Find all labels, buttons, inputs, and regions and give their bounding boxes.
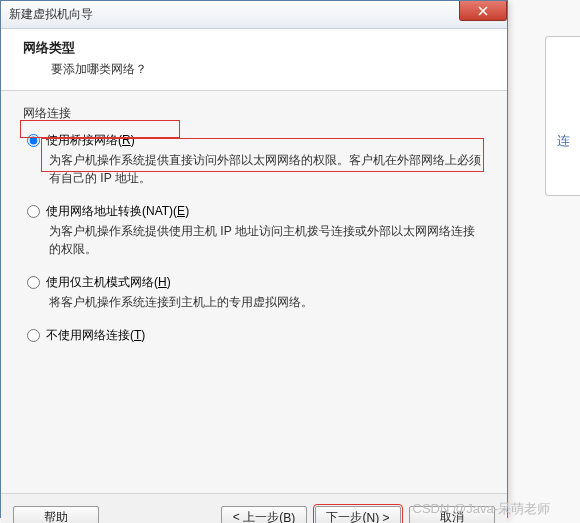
option-nat-label: 使用网络地址转换(NAT)(E) (46, 203, 189, 220)
option-nat-row[interactable]: 使用网络地址转换(NAT)(E) (27, 203, 485, 220)
next-button[interactable]: 下一步(N) > (315, 506, 401, 524)
side-panel-text: 连 (557, 132, 570, 150)
titlebar: 新建虚拟机向导 (1, 1, 507, 29)
option-hostonly-desc: 将客户机操作系统连接到主机上的专用虚拟网络。 (27, 293, 485, 311)
content-area: 网络连接 使用桥接网络(R) 为客户机操作系统提供直接访问外部以太网网络的权限。… (1, 91, 507, 493)
page-title: 网络类型 (23, 39, 491, 57)
option-nat-desc: 为客户机操作系统提供使用主机 IP 地址访问主机拨号连接或外部以太网网络连接的权… (27, 222, 485, 258)
option-bridged: 使用桥接网络(R) 为客户机操作系统提供直接访问外部以太网网络的权限。客户机在外… (27, 132, 485, 187)
back-button[interactable]: < 上一步(B) (221, 506, 307, 524)
help-button[interactable]: 帮助 (13, 506, 99, 524)
radio-nat[interactable] (27, 205, 40, 218)
radio-none[interactable] (27, 329, 40, 342)
option-bridged-desc: 为客户机操作系统提供直接访问外部以太网网络的权限。客户机在外部网络上必须有自己的… (27, 151, 485, 187)
option-nat: 使用网络地址转换(NAT)(E) 为客户机操作系统提供使用主机 IP 地址访问主… (27, 203, 485, 258)
option-hostonly-label: 使用仅主机模式网络(H) (46, 274, 171, 291)
option-bridged-row[interactable]: 使用桥接网络(R) (27, 132, 485, 149)
option-hostonly: 使用仅主机模式网络(H) 将客户机操作系统连接到主机上的专用虚拟网络。 (27, 274, 485, 311)
window-title: 新建虚拟机向导 (9, 6, 93, 23)
radio-bridged[interactable] (27, 134, 40, 147)
close-icon (478, 6, 488, 16)
option-hostonly-row[interactable]: 使用仅主机模式网络(H) (27, 274, 485, 291)
option-bridged-label: 使用桥接网络(R) (46, 132, 135, 149)
network-radio-group: 使用桥接网络(R) 为客户机操作系统提供直接访问外部以太网网络的权限。客户机在外… (23, 132, 485, 344)
option-none-label: 不使用网络连接(T) (46, 327, 145, 344)
radio-hostonly[interactable] (27, 276, 40, 289)
watermark: CSDN @Java-呆萌老师 (413, 500, 550, 518)
wizard-header: 网络类型 要添加哪类网络？ (1, 29, 507, 91)
close-button[interactable] (459, 1, 507, 21)
option-none: 不使用网络连接(T) (27, 327, 485, 344)
option-none-row[interactable]: 不使用网络连接(T) (27, 327, 485, 344)
section-label: 网络连接 (23, 105, 485, 122)
wizard-dialog: 新建虚拟机向导 网络类型 要添加哪类网络？ 网络连接 使用桥接网络(R) 为客户… (0, 0, 508, 518)
page-subtitle: 要添加哪类网络？ (23, 61, 491, 78)
side-panel: 连 (545, 36, 580, 196)
